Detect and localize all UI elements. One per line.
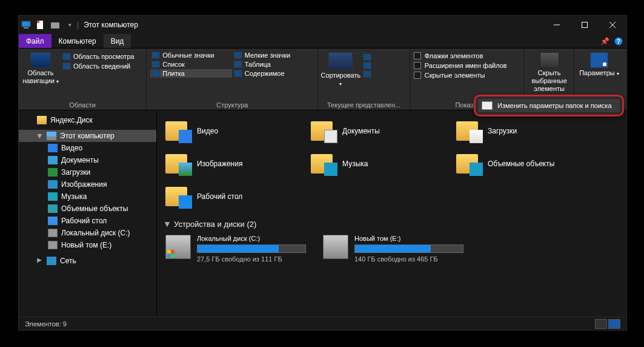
disk-tile[interactable]: Новый том (E:)140 ГБ свободно из 465 ГБ [322,234,467,264]
pc-icon [21,20,31,30]
sidebar-network[interactable]: ⯈Сеть [19,255,156,267]
tab-file[interactable]: Файл [19,34,51,48]
chevron-right-icon[interactable]: ⯈ [37,258,43,264]
change-folder-options-item[interactable]: Изменить параметры папок и поиска [478,99,620,112]
folder-tile[interactable]: Загрузки [455,118,594,144]
sidebar-item-images[interactable]: Изображения [19,178,156,190]
layout-normal-icons[interactable]: Обычные значки [150,51,232,59]
sidebar-item-downloads[interactable]: Загрузки [19,166,156,178]
pin-icon[interactable]: 📌 [600,37,609,45]
view-details-icon[interactable] [595,319,607,329]
ribbon-tabs: Файл Компьютер Вид 📌 ? [19,34,626,49]
disk-usage-bar [354,244,463,253]
svg-rect-4 [37,21,39,23]
layout-content[interactable]: Содержимое [233,69,314,78]
section-devices-label: Устройства и диски (2) [174,220,256,229]
options-button[interactable]: Параметры ▾ [578,51,620,77]
svg-rect-5 [51,22,59,29]
sidebar-item-disk-c[interactable]: Локальный диск (C:) [19,227,156,239]
add-columns-icon[interactable] [363,62,371,69]
disk-name: Новый том (E:) [354,235,463,242]
details-pane-icon [62,62,71,70]
status-count: Элементов: 9 [25,320,67,328]
hide-selected-label: Скрыть выбранные элементы [528,69,570,93]
sidebar-item-documents[interactable]: Документы [19,154,156,166]
tab-view[interactable]: Вид [104,34,131,48]
folder-label: Загрузки [488,127,517,135]
change-folder-options-label: Изменить параметры папок и поиска [497,102,612,109]
layout-list[interactable]: Список [150,60,232,69]
folder-label: Изображения [197,160,242,168]
sidebar-item-disk-e[interactable]: Новый том (E:) [19,239,156,251]
preview-pane-label: Область просмотра [73,53,134,60]
checkbox-item-flags[interactable]: Флажки элементов [414,52,520,59]
svg-rect-2 [24,27,28,29]
details-pane-button[interactable]: Область сведений [61,62,136,70]
group-layout-label: Структура [150,100,314,109]
navigation-pane-button[interactable]: Область навигации ▾ [22,51,59,85]
disk-icon [165,235,191,259]
navigation-tree[interactable]: Яндекс.Диск ⯆Этот компьютер Видео Докуме… [19,110,157,317]
svg-rect-0 [22,21,30,27]
options-dropdown: Изменить параметры папок и поиска [474,95,624,116]
layout-table[interactable]: Таблица [233,60,314,69]
layout-tiles[interactable]: Плитка [150,69,232,78]
sidebar-yandex-disk[interactable]: Яндекс.Диск [19,114,156,126]
preview-pane-button[interactable]: Область просмотра [61,52,136,61]
network-icon [47,257,56,265]
fit-columns-icon[interactable] [363,70,371,78]
folder-tile[interactable]: Объемные объекты [455,150,594,177]
folder-tile[interactable]: Изображения [164,150,304,177]
folder-icon [165,184,192,209]
disk-free: 27,5 ГБ свободно из 111 ГБ [197,255,306,263]
pc-icon [47,132,56,140]
sidebar-item-3d[interactable]: Объемные объекты [19,203,156,215]
folder-label: Документы [342,127,380,135]
tab-computer[interactable]: Компьютер [51,34,104,48]
doc-icon [36,20,45,30]
options-label: Параметры [579,69,615,76]
layout-small-icons[interactable]: Мелкие значки [233,51,314,59]
checkbox-extensions[interactable]: Расширения имен файлов [414,62,520,69]
sidebar-item-video[interactable]: Видео [19,142,156,154]
sort-button[interactable]: Сортировать ▾ [322,52,359,87]
content-area[interactable]: ВидеоДокументыЗагрузкиИзображенияМузыкаО… [157,110,626,317]
checkbox-hidden[interactable]: Скрытые элементы [414,72,520,79]
folder-icon [165,152,192,176]
chevron-down-icon[interactable]: ⯆ [164,221,170,227]
folder-tile[interactable]: Документы [310,118,449,144]
folder-tile[interactable]: Видео [164,118,304,144]
disk-tile[interactable]: Локальный диск (C:)27,5 ГБ свободно из 1… [164,234,310,264]
view-tiles-icon[interactable] [608,319,620,329]
folder-icon [311,119,337,143]
folder-small-icon [50,20,60,30]
folder-tile[interactable]: Рабочий стол [164,183,304,210]
navigation-pane-icon [30,52,51,68]
group-by-icon[interactable] [363,53,371,61]
folder-options-icon [482,101,493,110]
details-pane-label: Область сведений [73,62,130,70]
help-icon[interactable]: ? [614,37,623,45]
folder-icon [311,152,337,176]
sidebar-this-pc[interactable]: ⯆Этот компьютер [19,130,156,142]
hide-selected-button[interactable]: Скрыть выбранные элементы [528,51,570,93]
layout-gallery[interactable]: Обычные значки Мелкие значки Список Табл… [150,51,314,78]
close-button[interactable] [599,16,626,34]
sort-icon [328,52,353,70]
chevron-down-icon[interactable]: ⯆ [37,133,43,139]
group-sort-label: Текущее представлен... [322,100,406,109]
disk-usage-bar [197,244,306,253]
folder-tile[interactable]: Музыка [310,150,449,177]
sidebar-item-desktop[interactable]: Рабочий стол [19,215,156,227]
folder-icon [165,119,192,143]
sidebar-item-music[interactable]: Музыка [19,190,156,203]
hide-icon [540,52,559,68]
navigation-pane-label: Область навигации [22,69,55,84]
minimize-button[interactable] [543,16,571,34]
disk-name: Локальный диск (C:) [197,235,306,242]
maximize-button[interactable] [571,16,599,34]
folder-label: Видео [197,127,218,135]
svg-text:?: ? [617,38,620,45]
dropdown-arrow-icon[interactable]: ▾ [65,20,75,30]
section-devices[interactable]: ⯆ Устройства и диски (2) [164,216,619,234]
